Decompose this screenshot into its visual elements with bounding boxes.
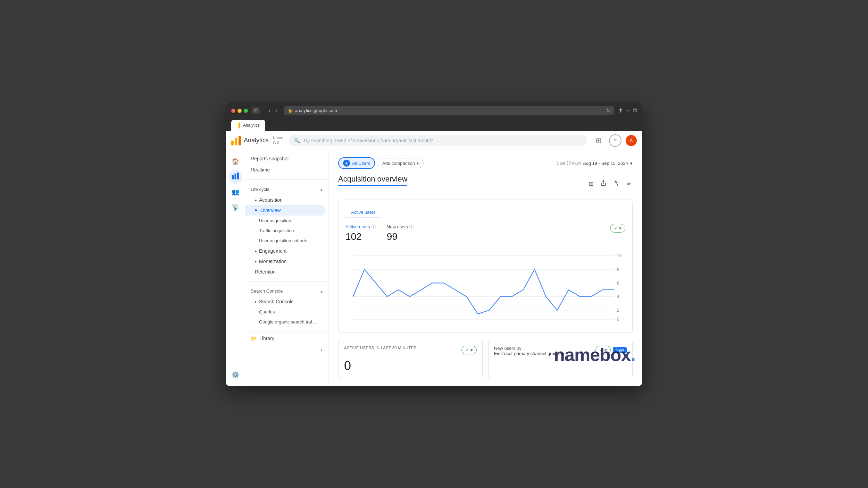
header-actions: ⊞ ? A bbox=[592, 134, 637, 147]
chart-metrics: Active users ⓘ 102 New users ⓘ bbox=[345, 224, 414, 242]
title-actions: ⊞ ✏ bbox=[587, 178, 633, 189]
sidebar-item-traffic-acquisition[interactable]: Traffic acquisition bbox=[245, 226, 328, 236]
line-chart-svg: 10 8 6 4 2 0 25 Aug bbox=[345, 248, 625, 324]
main-content: A All Users Add comparison + Last 28 day… bbox=[328, 150, 642, 386]
library-label: Library bbox=[259, 336, 274, 341]
search-console-chevron-icon: ▴ bbox=[320, 289, 323, 294]
sidebar-item-overview[interactable]: Overview bbox=[245, 205, 325, 216]
url-text: analytics.google.com bbox=[295, 108, 337, 113]
sidebar-collapse-button[interactable]: ‹ bbox=[321, 347, 323, 353]
active-users-metric[interactable]: Active users ⓘ 102 bbox=[345, 224, 376, 242]
acquisition-label: Acquisition bbox=[259, 197, 283, 203]
avatar[interactable]: A bbox=[626, 135, 637, 146]
tab-title: Analytics bbox=[243, 123, 260, 128]
tabs-icon[interactable]: ⧉ bbox=[633, 107, 637, 114]
sidebar-item-queries[interactable]: Queries bbox=[245, 307, 328, 317]
filter-chip-label: All Users bbox=[352, 161, 370, 166]
share-icon-button[interactable] bbox=[599, 178, 608, 189]
active-users-check-badge[interactable]: ✓ ▾ bbox=[461, 346, 477, 354]
user-acquisition-label: User acquisition bbox=[259, 218, 291, 223]
audience-icon: 👥 bbox=[232, 188, 239, 196]
filter-bar: A All Users Add comparison + Last 28 day… bbox=[338, 157, 633, 169]
add-comparison-button[interactable]: Add comparison + bbox=[378, 159, 424, 168]
svg-text:8: 8 bbox=[617, 267, 619, 272]
sidebar-item-user-acquisition-cohorts[interactable]: User acquisition cohorts bbox=[245, 236, 328, 246]
search-console-arrow-icon: ▸ bbox=[255, 300, 257, 304]
traffic-acquisition-label: Traffic acquisition bbox=[259, 228, 294, 233]
forward-button[interactable]: › bbox=[274, 107, 280, 114]
sidebar-item-realtime[interactable]: Realtime bbox=[245, 164, 328, 175]
close-button[interactable] bbox=[231, 109, 235, 113]
app-body: 🏠 👥 📡 bbox=[226, 150, 642, 386]
svg-text:6: 6 bbox=[617, 281, 619, 286]
sidebar-item-engagement[interactable]: ▸ Engagement bbox=[245, 246, 328, 256]
help-button[interactable]: ? bbox=[609, 134, 621, 147]
sidebar-item-google-organic[interactable]: Google organic search traf... bbox=[245, 317, 328, 327]
date-range-chevron-icon: ▾ bbox=[630, 161, 633, 166]
global-search-bar[interactable]: 🔍 Try searching "trend of conversions fr… bbox=[289, 135, 587, 146]
minimize-button[interactable] bbox=[237, 109, 242, 113]
edit-icon-button[interactable]: ✏ bbox=[625, 179, 633, 188]
overview-label: Overview bbox=[260, 208, 281, 213]
share-icon[interactable]: ⬆ bbox=[618, 107, 623, 114]
sidebar-item-user-acquisition[interactable]: User acquisition bbox=[245, 216, 328, 226]
sidebar-lifecycle-section: Life cycle ▴ ▸ Acquisition Overview User… bbox=[245, 181, 328, 280]
filter-left: A All Users Add comparison + bbox=[338, 157, 424, 169]
logo-area: Analytics Name G-0 bbox=[231, 136, 283, 145]
property-name-badge[interactable]: Name G-0 bbox=[273, 136, 283, 145]
url-bar[interactable]: 🔒 analytics.google.com ↻ bbox=[284, 106, 614, 115]
sidebar-item-library[interactable]: 📁 Library bbox=[245, 333, 328, 344]
check-badge-chevron-icon: ▾ bbox=[619, 226, 621, 231]
sidebar-item-search-console[interactable]: ▸ Search Console bbox=[245, 296, 328, 307]
monetization-label: Monetization bbox=[259, 259, 286, 264]
new-users-metric[interactable]: New users ⓘ 99 bbox=[387, 224, 414, 242]
columns-icon-button[interactable]: ⊞ bbox=[587, 179, 595, 188]
sidebar-item-acquisition[interactable]: ▸ Acquisition bbox=[245, 195, 328, 205]
back-button[interactable]: ‹ bbox=[267, 107, 273, 114]
lifecycle-chevron-icon: ▴ bbox=[320, 187, 323, 192]
active-check-icon: ✓ bbox=[465, 347, 469, 353]
watermark: namebox. bbox=[554, 344, 635, 365]
check-badge[interactable]: ✓ ▾ bbox=[610, 224, 625, 233]
sidebar-divider-3 bbox=[245, 331, 328, 331]
acquisition-bullet: ▸ bbox=[255, 198, 257, 202]
sidebar-toggle-button[interactable]: ⊟ bbox=[252, 107, 260, 114]
new-tab-icon[interactable]: + bbox=[626, 107, 629, 114]
browser-actions: ⬆ + ⧉ bbox=[618, 107, 637, 114]
sidebar-item-retention[interactable]: Retention bbox=[245, 267, 328, 277]
search-icon: 🔍 bbox=[294, 138, 300, 143]
lock-icon: 🔒 bbox=[288, 108, 293, 113]
add-comparison-plus-icon: + bbox=[416, 161, 419, 166]
property-id: G-0 bbox=[273, 141, 283, 145]
maximize-button[interactable] bbox=[244, 109, 248, 113]
rail-reports-item[interactable] bbox=[228, 170, 242, 184]
app-header: Analytics Name G-0 🔍 Try searching "tren… bbox=[226, 131, 642, 150]
apps-button[interactable]: ⊞ bbox=[592, 134, 605, 147]
active-tab[interactable]: ▐ Analytics bbox=[231, 120, 265, 131]
icon-rail: 🏠 👥 📡 bbox=[226, 150, 245, 386]
rail-advertising-item[interactable]: 📡 bbox=[228, 200, 242, 214]
date-range-prefix: Last 28 days bbox=[557, 161, 581, 166]
app-title: Analytics bbox=[244, 137, 269, 144]
chart-header: Active users ⓘ 102 New users ⓘ bbox=[345, 224, 625, 242]
rail-audience-item[interactable]: 👥 bbox=[228, 185, 242, 199]
traffic-lights bbox=[231, 109, 248, 113]
rail-settings-item[interactable]: ⚙️ bbox=[228, 368, 242, 382]
chart-tab-active-users[interactable]: Active users bbox=[345, 207, 381, 218]
rail-home-item[interactable]: 🏠 bbox=[228, 154, 242, 168]
search-console-section-header[interactable]: Search Console ▴ bbox=[245, 286, 328, 296]
all-users-filter-chip[interactable]: A All Users bbox=[338, 157, 375, 169]
svg-text:08: 08 bbox=[534, 323, 539, 324]
reload-icon[interactable]: ↻ bbox=[606, 108, 610, 113]
chart-actions: ✓ ▾ bbox=[610, 224, 625, 233]
monetization-arrow-icon: ▸ bbox=[255, 259, 257, 264]
sidebar-item-reports-snapshot[interactable]: Reports snapshot bbox=[245, 153, 328, 164]
insights-icon-button[interactable] bbox=[612, 178, 621, 189]
engagement-arrow-icon: ▸ bbox=[255, 249, 257, 253]
svg-text:10: 10 bbox=[617, 253, 622, 258]
lifecycle-section-header[interactable]: Life cycle ▴ bbox=[245, 184, 328, 195]
svg-text:0: 0 bbox=[617, 317, 619, 322]
sidebar-item-monetization[interactable]: ▸ Monetization bbox=[245, 256, 328, 267]
date-range-selector[interactable]: Last 28 days Aug 19 - Sep 15, 2024 ▾ bbox=[557, 161, 633, 166]
advertising-icon: 📡 bbox=[232, 203, 239, 211]
